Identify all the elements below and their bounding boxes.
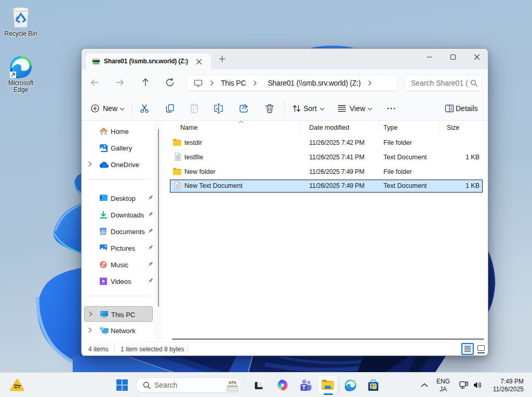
svg-text:A: A (216, 106, 219, 112)
